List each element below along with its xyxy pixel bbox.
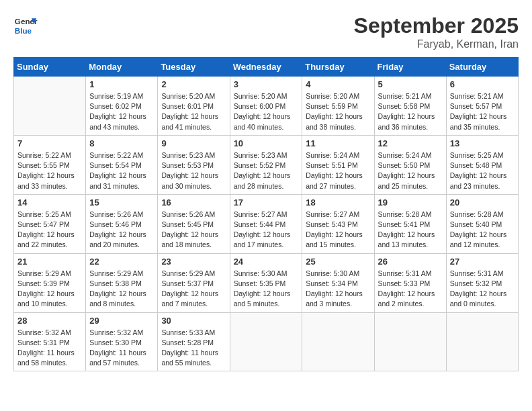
day-info: Sunrise: 5:30 AMSunset: 5:34 PMDaylight:…: [306, 269, 370, 310]
day-cell-29: 29Sunrise: 5:32 AMSunset: 5:30 PMDayligh…: [86, 312, 158, 371]
week-row-5: 28Sunrise: 5:32 AMSunset: 5:31 PMDayligh…: [14, 312, 519, 371]
day-cell-6: 6Sunrise: 5:21 AMSunset: 5:57 PMDaylight…: [446, 77, 518, 136]
day-number: 29: [89, 316, 154, 326]
day-info: Sunrise: 5:31 AMSunset: 5:32 PMDaylight:…: [450, 269, 515, 310]
day-number: 13: [450, 138, 515, 148]
day-cell-15: 15Sunrise: 5:26 AMSunset: 5:46 PMDayligh…: [86, 194, 158, 253]
day-number: 9: [161, 138, 226, 148]
column-header-friday: Friday: [374, 58, 446, 77]
day-info: Sunrise: 5:27 AMSunset: 5:44 PMDaylight:…: [234, 210, 299, 250]
day-number: 19: [378, 197, 443, 208]
day-info: Sunrise: 5:20 AMSunset: 5:59 PMDaylight:…: [306, 91, 370, 132]
day-number: 6: [450, 79, 515, 89]
day-number: 26: [378, 257, 443, 267]
day-cell-10: 10Sunrise: 5:23 AMSunset: 5:52 PMDayligh…: [230, 135, 302, 194]
day-info: Sunrise: 5:22 AMSunset: 5:55 PMDaylight:…: [17, 150, 82, 191]
day-info: Sunrise: 5:23 AMSunset: 5:52 PMDaylight:…: [234, 150, 299, 191]
day-info: Sunrise: 5:23 AMSunset: 5:53 PMDaylight:…: [161, 150, 226, 191]
day-number: 23: [161, 257, 226, 267]
empty-cell: [302, 312, 374, 371]
svg-text:Blue: Blue: [15, 26, 32, 35]
day-number: 30: [161, 316, 226, 326]
day-info: Sunrise: 5:26 AMSunset: 5:46 PMDaylight:…: [89, 210, 154, 250]
week-row-1: 1Sunrise: 5:19 AMSunset: 6:02 PMDaylight…: [14, 77, 519, 136]
day-cell-8: 8Sunrise: 5:22 AMSunset: 5:54 PMDaylight…: [86, 135, 158, 194]
day-info: Sunrise: 5:27 AMSunset: 5:43 PMDaylight:…: [306, 210, 370, 250]
day-info: Sunrise: 5:21 AMSunset: 5:57 PMDaylight:…: [450, 91, 515, 132]
day-info: Sunrise: 5:24 AMSunset: 5:51 PMDaylight:…: [306, 150, 370, 191]
day-cell-3: 3Sunrise: 5:20 AMSunset: 6:00 PMDaylight…: [230, 77, 302, 136]
location: Faryab, Kerman, Iran: [354, 38, 519, 50]
day-info: Sunrise: 5:26 AMSunset: 5:45 PMDaylight:…: [161, 210, 226, 250]
day-cell-14: 14Sunrise: 5:25 AMSunset: 5:47 PMDayligh…: [14, 194, 86, 253]
day-number: 3: [234, 79, 299, 89]
day-cell-16: 16Sunrise: 5:26 AMSunset: 5:45 PMDayligh…: [158, 194, 230, 253]
day-info: Sunrise: 5:20 AMSunset: 6:00 PMDaylight:…: [234, 91, 299, 132]
empty-cell: [374, 312, 446, 371]
day-number: 28: [17, 316, 82, 326]
day-cell-19: 19Sunrise: 5:28 AMSunset: 5:41 PMDayligh…: [374, 194, 446, 253]
month-title: September 2025: [354, 13, 519, 38]
title-block: September 2025 Faryab, Kerman, Iran: [354, 13, 519, 50]
day-cell-1: 1Sunrise: 5:19 AMSunset: 6:02 PMDaylight…: [86, 77, 158, 136]
day-cell-9: 9Sunrise: 5:23 AMSunset: 5:53 PMDaylight…: [158, 135, 230, 194]
day-number: 17: [234, 197, 299, 208]
day-number: 27: [450, 257, 515, 267]
day-info: Sunrise: 5:22 AMSunset: 5:54 PMDaylight:…: [89, 150, 154, 191]
day-cell-7: 7Sunrise: 5:22 AMSunset: 5:55 PMDaylight…: [14, 135, 86, 194]
day-info: Sunrise: 5:20 AMSunset: 6:01 PMDaylight:…: [161, 91, 226, 132]
day-number: 24: [234, 257, 299, 267]
day-cell-2: 2Sunrise: 5:20 AMSunset: 6:01 PMDaylight…: [158, 77, 230, 136]
column-header-saturday: Saturday: [446, 58, 518, 77]
day-info: Sunrise: 5:25 AMSunset: 5:48 PMDaylight:…: [450, 150, 515, 191]
week-row-4: 21Sunrise: 5:29 AMSunset: 5:39 PMDayligh…: [14, 253, 519, 312]
day-info: Sunrise: 5:28 AMSunset: 5:41 PMDaylight:…: [378, 210, 443, 250]
day-info: Sunrise: 5:29 AMSunset: 5:39 PMDaylight:…: [17, 269, 82, 310]
day-cell-26: 26Sunrise: 5:31 AMSunset: 5:33 PMDayligh…: [374, 253, 446, 312]
day-cell-25: 25Sunrise: 5:30 AMSunset: 5:34 PMDayligh…: [302, 253, 374, 312]
week-row-2: 7Sunrise: 5:22 AMSunset: 5:55 PMDaylight…: [14, 135, 519, 194]
day-info: Sunrise: 5:21 AMSunset: 5:58 PMDaylight:…: [378, 91, 443, 132]
day-number: 16: [161, 197, 226, 208]
day-info: Sunrise: 5:33 AMSunset: 5:28 PMDaylight:…: [161, 328, 226, 369]
column-header-sunday: Sunday: [14, 58, 86, 77]
day-cell-5: 5Sunrise: 5:21 AMSunset: 5:58 PMDaylight…: [374, 77, 446, 136]
day-number: 14: [17, 197, 82, 208]
week-row-3: 14Sunrise: 5:25 AMSunset: 5:47 PMDayligh…: [14, 194, 519, 253]
empty-cell: [14, 77, 86, 136]
day-cell-17: 17Sunrise: 5:27 AMSunset: 5:44 PMDayligh…: [230, 194, 302, 253]
day-cell-13: 13Sunrise: 5:25 AMSunset: 5:48 PMDayligh…: [446, 135, 518, 194]
day-info: Sunrise: 5:25 AMSunset: 5:47 PMDaylight:…: [17, 210, 82, 250]
day-number: 2: [161, 79, 226, 89]
day-info: Sunrise: 5:30 AMSunset: 5:35 PMDaylight:…: [234, 269, 299, 310]
page-header: General Blue September 2025 Faryab, Kerm…: [13, 13, 519, 50]
calendar-table: SundayMondayTuesdayWednesdayThursdayFrid…: [13, 57, 519, 371]
day-info: Sunrise: 5:32 AMSunset: 5:30 PMDaylight:…: [89, 328, 154, 369]
day-number: 1: [89, 79, 154, 89]
day-number: 7: [17, 138, 82, 148]
day-info: Sunrise: 5:31 AMSunset: 5:33 PMDaylight:…: [378, 269, 443, 310]
day-number: 18: [306, 197, 370, 208]
day-number: 21: [17, 257, 82, 267]
day-cell-30: 30Sunrise: 5:33 AMSunset: 5:28 PMDayligh…: [158, 312, 230, 371]
column-header-monday: Monday: [86, 58, 158, 77]
empty-cell: [446, 312, 518, 371]
day-info: Sunrise: 5:19 AMSunset: 6:02 PMDaylight:…: [89, 91, 154, 132]
day-cell-24: 24Sunrise: 5:30 AMSunset: 5:35 PMDayligh…: [230, 253, 302, 312]
logo: General Blue: [13, 13, 38, 38]
column-header-wednesday: Wednesday: [230, 58, 302, 77]
calendar-header-row: SundayMondayTuesdayWednesdayThursdayFrid…: [14, 58, 519, 77]
day-number: 15: [89, 197, 154, 208]
day-cell-4: 4Sunrise: 5:20 AMSunset: 5:59 PMDaylight…: [302, 77, 374, 136]
day-number: 11: [306, 138, 370, 148]
day-info: Sunrise: 5:29 AMSunset: 5:37 PMDaylight:…: [161, 269, 226, 310]
day-cell-11: 11Sunrise: 5:24 AMSunset: 5:51 PMDayligh…: [302, 135, 374, 194]
day-number: 22: [89, 257, 154, 267]
day-info: Sunrise: 5:29 AMSunset: 5:38 PMDaylight:…: [89, 269, 154, 310]
day-number: 20: [450, 197, 515, 208]
day-cell-23: 23Sunrise: 5:29 AMSunset: 5:37 PMDayligh…: [158, 253, 230, 312]
column-header-tuesday: Tuesday: [158, 58, 230, 77]
day-info: Sunrise: 5:24 AMSunset: 5:50 PMDaylight:…: [378, 150, 443, 191]
day-info: Sunrise: 5:32 AMSunset: 5:31 PMDaylight:…: [17, 328, 82, 369]
day-number: 8: [89, 138, 154, 148]
